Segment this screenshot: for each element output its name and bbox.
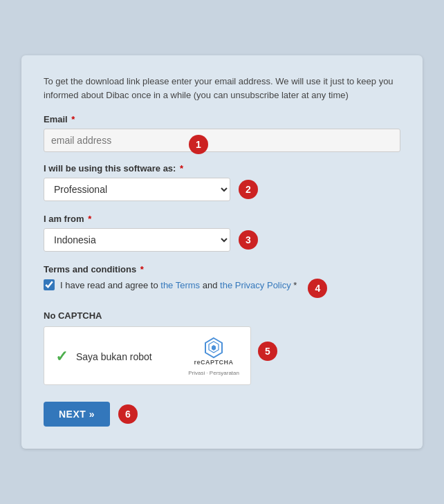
software-use-select-row: Professional Student Hobbyist Other 2 bbox=[44, 178, 400, 201]
terms-checkbox[interactable] bbox=[44, 279, 55, 290]
btn-row: NEXT » 6 bbox=[44, 402, 400, 427]
captcha-left: ✓ Saya bukan robot bbox=[55, 348, 152, 366]
badge-2: 2 bbox=[239, 180, 258, 199]
terms-checkbox-row: I have read and agree to the Terms and t… bbox=[44, 279, 400, 298]
terms-link[interactable]: the Terms bbox=[160, 280, 200, 290]
terms-required-star: * bbox=[138, 264, 144, 274]
software-required-star: * bbox=[177, 163, 183, 174]
captcha-wrapper: ✓ Saya bukan robot reCAPTCHA Privasi · P… bbox=[44, 326, 400, 385]
privacy-policy-link[interactable]: the Privacy Policy bbox=[220, 280, 291, 290]
country-field-row: I am from * Indonesia United States Unit… bbox=[44, 214, 400, 252]
captcha-text: Saya bukan robot bbox=[76, 351, 152, 362]
terms-label: Terms and conditions * bbox=[44, 264, 400, 274]
form-card: To get the download link please enter yo… bbox=[21, 55, 423, 449]
captcha-logo-area: reCAPTCHA Privasi · Persyaratan bbox=[188, 337, 239, 376]
badge-5: 5 bbox=[258, 342, 277, 361]
email-field-row: Email * 1 bbox=[44, 114, 400, 152]
captcha-subtext: Privasi · Persyaratan bbox=[188, 370, 239, 376]
email-required-star: * bbox=[69, 114, 75, 124]
country-required-star: * bbox=[86, 214, 92, 224]
captcha-brand: reCAPTCHA bbox=[194, 359, 234, 366]
email-input[interactable] bbox=[44, 129, 400, 152]
terms-field-row: Terms and conditions * I have read and a… bbox=[44, 264, 400, 298]
country-select-row: Indonesia United States United Kingdom G… bbox=[44, 228, 400, 252]
country-select[interactable]: Indonesia United States United Kingdom G… bbox=[44, 228, 230, 252]
captcha-label: No CAPTCHA bbox=[44, 310, 400, 321]
badge-4: 4 bbox=[308, 279, 327, 298]
badge-3: 3 bbox=[239, 230, 258, 250]
captcha-field-row: No CAPTCHA ✓ Saya bukan robot reCAPTCHA … bbox=[44, 310, 400, 385]
software-use-field-row: I will be using this software as: * Prof… bbox=[44, 163, 400, 201]
badge-1: 1 bbox=[189, 135, 208, 154]
terms-text: I have read and agree to the Terms and t… bbox=[60, 279, 297, 292]
software-use-label: I will be using this software as: * bbox=[44, 163, 400, 174]
intro-text: To get the download link please enter yo… bbox=[44, 75, 400, 102]
software-use-select[interactable]: Professional Student Hobbyist Other bbox=[44, 178, 230, 201]
recaptcha-logo-icon bbox=[203, 337, 225, 359]
badge-6: 6 bbox=[118, 404, 138, 424]
email-label: Email * bbox=[44, 114, 400, 124]
captcha-checkmark-icon: ✓ bbox=[55, 348, 68, 366]
next-button[interactable]: NEXT » bbox=[44, 402, 110, 427]
country-label: I am from * bbox=[44, 214, 400, 224]
captcha-box[interactable]: ✓ Saya bukan robot reCAPTCHA Privasi · P… bbox=[44, 326, 251, 385]
